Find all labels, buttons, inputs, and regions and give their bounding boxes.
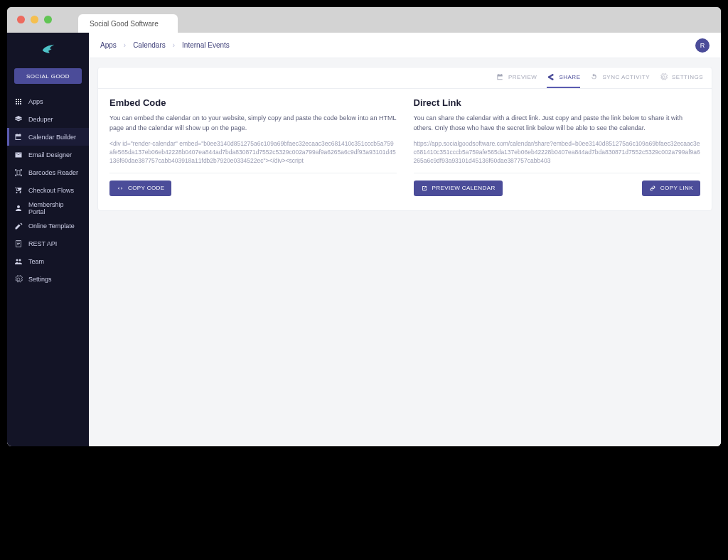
sidebar-item-label: Checkout Flows — [28, 187, 74, 194]
browser-window: Social Good Software SOCIAL GOOD Apps De… — [7, 7, 721, 446]
sidebar-item-email-designer[interactable]: Email Designer — [7, 146, 89, 163]
sidebar-item-label: Barcodes Reader — [28, 169, 78, 176]
user-icon — [14, 204, 23, 212]
link-icon — [649, 185, 656, 192]
chevron-right-icon: › — [173, 41, 175, 49]
titlebar: Social Good Software — [7, 7, 721, 33]
gear-icon — [660, 73, 668, 81]
calendar-icon — [14, 133, 23, 141]
copy-link-button[interactable]: COPY LINK — [642, 181, 700, 196]
sync-icon — [590, 73, 598, 81]
barcode-icon — [14, 168, 23, 177]
app-shell: SOCIAL GOOD Apps Deduper Calendar Builde… — [7, 33, 721, 446]
sidebar-item-label: Email Designer — [28, 151, 72, 158]
embed-code-text[interactable]: <div id="render-calendar" embed="b0ee314… — [109, 140, 397, 173]
embed-title: Embed Code — [109, 97, 397, 108]
subtab-label: SETTINGS — [672, 74, 703, 80]
subtab-label: SHARE — [559, 74, 580, 80]
breadcrumb: Apps › Calendars › Internal Events — [100, 41, 230, 49]
sidebar-item-online-template[interactable]: Online Template — [7, 217, 89, 235]
button-label: PREVIEW CALENDAR — [432, 185, 496, 191]
browser-tab[interactable]: Social Good Software — [78, 14, 178, 33]
tab-share[interactable]: SHARE — [547, 68, 580, 88]
open-icon — [421, 185, 428, 192]
subtab-label: SYNC ACTIVITY — [602, 74, 650, 80]
sidebar-item-label: Online Template — [28, 222, 75, 230]
tab-sync-activity[interactable]: SYNC ACTIVITY — [590, 68, 650, 88]
subtab-label: PREVIEW — [508, 74, 537, 80]
share-card: PREVIEW SHARE SYNC ACTIVITY — [97, 67, 712, 211]
sidebar-item-label: REST API — [28, 240, 57, 247]
tab-settings[interactable]: SETTINGS — [660, 68, 703, 88]
sidebar-item-checkout-flows[interactable]: Checkout Flows — [7, 181, 89, 199]
button-label: COPY LINK — [660, 185, 693, 191]
cart-icon — [14, 186, 23, 195]
breadcrumb-current: Internal Events — [182, 41, 230, 49]
sidebar-item-team[interactable]: Team — [7, 252, 89, 270]
brand-button[interactable]: SOCIAL GOOD — [14, 68, 82, 84]
grid-icon — [14, 97, 23, 106]
card-toolbar: PREVIEW SHARE SYNC ACTIVITY — [98, 68, 712, 89]
avatar[interactable]: R — [695, 38, 710, 53]
gear-icon — [14, 275, 23, 284]
tab-preview[interactable]: PREVIEW — [496, 68, 537, 88]
code-icon — [117, 185, 124, 192]
window-controls — [17, 16, 52, 23]
button-label: COPY CODE — [128, 185, 164, 191]
tab-title: Social Good Software — [90, 20, 159, 28]
direct-title: Direct Link — [414, 97, 701, 108]
pen-icon — [14, 222, 23, 230]
sidebar: SOCIAL GOOD Apps Deduper Calendar Builde… — [7, 33, 89, 446]
sidebar-item-membership-portal[interactable]: Membership Portal — [7, 199, 89, 217]
embed-description: You can embed the calendar on to your we… — [109, 114, 397, 133]
chevron-right-icon: › — [124, 41, 126, 49]
breadcrumb-link[interactable]: Calendars — [133, 41, 166, 49]
sidebar-item-barcodes-reader[interactable]: Barcodes Reader — [7, 163, 89, 181]
layers-icon — [14, 115, 23, 124]
avatar-initial: R — [700, 42, 705, 49]
direct-link-text[interactable]: https://app.socialgoodsoftware.com/calen… — [414, 140, 701, 173]
direct-description: You can share the calendar with a direct… — [414, 114, 701, 133]
minimize-icon[interactable] — [31, 16, 38, 23]
hummingbird-icon — [41, 42, 56, 58]
team-icon — [14, 257, 23, 266]
api-icon — [14, 239, 23, 248]
logo — [7, 33, 89, 67]
maximize-icon[interactable] — [44, 16, 52, 23]
calendar-icon — [496, 73, 504, 81]
sidebar-item-label: Membership Portal — [28, 201, 82, 215]
sidebar-item-settings[interactable]: Settings — [7, 270, 89, 288]
sidebar-item-label: Team — [28, 258, 44, 265]
embed-section: Embed Code You can embed the calendar on… — [109, 97, 397, 196]
sidebar-item-apps[interactable]: Apps — [7, 92, 89, 110]
sidebar-item-label: Calendar Builder — [28, 134, 76, 141]
main-area: Apps › Calendars › Internal Events R — [89, 33, 721, 446]
sidebar-nav: Apps Deduper Calendar Builder Email Desi… — [7, 92, 89, 288]
copy-code-button[interactable]: COPY CODE — [109, 181, 171, 196]
topbar: Apps › Calendars › Internal Events R — [89, 33, 721, 58]
subtabs: PREVIEW SHARE SYNC ACTIVITY — [496, 68, 703, 88]
sidebar-item-label: Apps — [28, 98, 43, 105]
sidebar-item-label: Deduper — [28, 116, 53, 123]
breadcrumb-link[interactable]: Apps — [100, 41, 117, 49]
sidebar-item-deduper[interactable]: Deduper — [7, 110, 89, 128]
preview-calendar-button[interactable]: PREVIEW CALENDAR — [414, 181, 503, 196]
direct-link-section: Direct Link You can share the calendar w… — [414, 97, 701, 196]
close-icon[interactable] — [17, 16, 25, 23]
sidebar-item-calendar-builder[interactable]: Calendar Builder — [7, 128, 89, 146]
card-body: Embed Code You can embed the calendar on… — [98, 89, 712, 210]
sidebar-item-rest-api[interactable]: REST API — [7, 235, 89, 252]
share-icon — [547, 73, 555, 81]
mail-icon — [14, 151, 23, 159]
content: PREVIEW SHARE SYNC ACTIVITY — [89, 58, 721, 446]
brand-button-label: SOCIAL GOOD — [26, 73, 70, 80]
sidebar-item-label: Settings — [28, 276, 52, 283]
